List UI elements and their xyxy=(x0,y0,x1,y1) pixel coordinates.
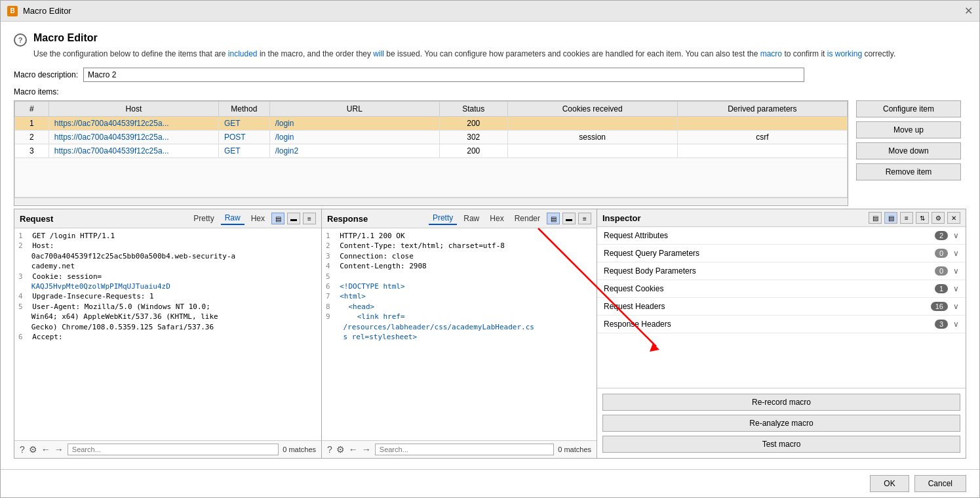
test-macro-button[interactable]: Test macro xyxy=(602,436,960,453)
macro-table-wrapper: # Host Method URL Status Cookies receive… xyxy=(14,100,848,206)
inspector-chevron-request-attributes: ∨ xyxy=(953,231,959,240)
request-panel-title: Request xyxy=(20,214,53,224)
request-forward-icon[interactable]: → xyxy=(54,444,64,455)
request-panel-icons: ▤ ▬ ≡ xyxy=(271,213,316,224)
inspector-label-body-params: Request Body Parameters xyxy=(604,266,935,276)
app-icon: B xyxy=(7,6,18,16)
inspector-count-response-headers: 3 xyxy=(935,320,948,329)
inspector-count-query-params: 0 xyxy=(935,249,948,258)
inspector-icon-2[interactable]: ▤ xyxy=(884,212,897,224)
response-view-icon-1[interactable]: ▤ xyxy=(547,213,560,224)
move-down-button[interactable]: Move down xyxy=(856,142,961,159)
response-back-icon[interactable]: ← xyxy=(349,444,358,455)
main-content: ? Macro Editor Use the configuration bel… xyxy=(1,22,979,469)
inspector-row-query-params[interactable]: Request Query Parameters 0 ∨ xyxy=(597,245,966,262)
inspector-label-query-params: Request Query Parameters xyxy=(604,249,935,258)
response-help-icon[interactable]: ? xyxy=(327,444,332,455)
request-view-icon-1[interactable]: ▤ xyxy=(271,213,284,224)
response-panel-content: 1 HTTP/1.1 200 OK 2 Content-Type: text/h… xyxy=(322,228,597,440)
table-body: 1 https://0ac700a404539f12c25a... GET /l… xyxy=(15,117,848,197)
re-record-macro-button[interactable]: Re-record macro xyxy=(602,394,960,411)
inspector-row-request-attributes[interactable]: Request Attributes 2 ∨ xyxy=(597,227,966,245)
table-header: # Host Method URL Status Cookies receive… xyxy=(15,102,848,117)
inspector-chevron-query-params: ∨ xyxy=(953,249,959,258)
inspector-label-request-attributes: Request Attributes xyxy=(604,231,935,240)
request-back-icon[interactable]: ← xyxy=(41,444,50,455)
inspector-settings-icon[interactable]: ⚙ xyxy=(931,212,945,224)
inspector-label-response-headers: Response Headers xyxy=(604,320,935,329)
table-row[interactable]: 1 https://0ac700a404539f12c25a... GET /l… xyxy=(15,117,848,131)
tab-response-raw[interactable]: Raw xyxy=(460,213,483,224)
col-header-num: # xyxy=(15,102,49,117)
table-sidebar-section: # Host Method URL Status Cookies receive… xyxy=(14,100,966,206)
table-row[interactable]: 3 https://0ac700a404539f12c25a... GET /l… xyxy=(15,144,848,158)
help-icon[interactable]: ? xyxy=(14,33,27,47)
response-panel-header: Response Pretty Raw Hex Render ▤ ▬ ≡ xyxy=(322,209,597,228)
request-panel-footer: ? ⚙ ← → 0 matches xyxy=(14,440,321,458)
macro-editor-window: B Macro Editor ✕ ? Macro Editor Use the … xyxy=(0,0,980,498)
title-bar-left: B Macro Editor xyxy=(7,6,71,16)
request-panel-header: Request Pretty Raw Hex ▤ ▬ ≡ xyxy=(14,209,321,228)
inspector-header-icons: ▤ ▤ ≡ ⇅ ⚙ ✕ xyxy=(869,212,960,224)
inspector-close-icon[interactable]: ✕ xyxy=(947,212,960,224)
inspector-row-body-params[interactable]: Request Body Parameters 0 ∨ xyxy=(597,262,966,280)
tab-response-hex[interactable]: Hex xyxy=(486,213,507,224)
tab-request-hex[interactable]: Hex xyxy=(247,213,269,224)
inspector-icon-1[interactable]: ▤ xyxy=(869,212,882,224)
response-search-input[interactable] xyxy=(375,444,554,455)
request-search-input[interactable] xyxy=(68,444,279,455)
inspector-row-request-headers[interactable]: Request Headers 16 ∨ xyxy=(597,298,966,316)
request-help-icon[interactable]: ? xyxy=(20,444,25,455)
col-header-cookies: Cookies received xyxy=(507,102,677,117)
close-button[interactable]: ✕ xyxy=(964,5,973,17)
request-view-icon-2[interactable]: ▬ xyxy=(287,213,300,224)
response-settings-icon[interactable]: ⚙ xyxy=(336,444,345,455)
inspector-count-request-headers: 16 xyxy=(931,302,948,311)
inspector-sort-icon[interactable]: ≡ xyxy=(900,212,913,224)
response-view-icon-3[interactable]: ≡ xyxy=(578,213,591,224)
ok-cancel-row: OK Cancel xyxy=(1,469,979,497)
response-matches: 0 matches xyxy=(558,446,591,453)
cancel-button[interactable]: Cancel xyxy=(914,475,966,492)
inspector-row-cookies[interactable]: Request Cookies 1 ∨ xyxy=(597,280,966,298)
move-up-button[interactable]: Move up xyxy=(856,121,961,138)
tab-request-raw[interactable]: Raw xyxy=(221,212,245,225)
table-scrollbar[interactable] xyxy=(14,197,848,205)
header-section: ? Macro Editor Use the configuration bel… xyxy=(14,32,966,60)
tab-request-pretty[interactable]: Pretty xyxy=(189,213,218,224)
inspector-count-body-params: 0 xyxy=(935,266,948,276)
inspector-panel: Inspector ▤ ▤ ≡ ⇅ ⚙ ✕ Request Attributes… xyxy=(597,209,966,459)
request-view-icon-3[interactable]: ≡ xyxy=(303,213,316,224)
inspector-chevron-body-params: ∨ xyxy=(953,266,959,276)
inspector-sort-asc-icon[interactable]: ⇅ xyxy=(916,212,929,224)
response-panel-icons: ▤ ▬ ≡ xyxy=(547,213,591,224)
col-header-derived: Derived parameters xyxy=(677,102,847,117)
remove-item-button[interactable]: Remove item xyxy=(856,163,961,180)
re-analyze-macro-button[interactable]: Re-analyze macro xyxy=(602,415,960,432)
tab-response-pretty[interactable]: Pretty xyxy=(429,212,457,225)
inspector-rows: Request Attributes 2 ∨ Request Query Par… xyxy=(597,227,966,388)
col-header-host: Host xyxy=(49,102,218,117)
header-description: Use the configuration below to define th… xyxy=(33,48,895,60)
header-title: Macro Editor xyxy=(33,32,895,44)
macro-description-input[interactable] xyxy=(83,68,804,82)
response-panel: Response Pretty Raw Hex Render ▤ ▬ ≡ xyxy=(322,209,597,459)
tab-response-render[interactable]: Render xyxy=(511,213,544,224)
request-matches: 0 matches xyxy=(283,446,316,453)
header-text: Macro Editor Use the configuration below… xyxy=(33,32,895,60)
macro-description-row: Macro description: xyxy=(14,68,966,82)
ok-button[interactable]: OK xyxy=(870,475,909,492)
response-panel-footer: ? ⚙ ← → 0 matches xyxy=(322,440,597,458)
inspector-chevron-response-headers: ∨ xyxy=(953,320,959,329)
table-row[interactable]: 2 https://0ac700a404539f12c25a... POST /… xyxy=(15,131,848,144)
request-panel: Request Pretty Raw Hex ▤ ▬ ≡ 1 GET /logi… xyxy=(14,209,322,459)
inspector-row-response-headers[interactable]: Response Headers 3 ∨ xyxy=(597,316,966,333)
configure-item-button[interactable]: Configure item xyxy=(856,100,961,117)
inspector-label-request-headers: Request Headers xyxy=(604,302,931,311)
window-title: Macro Editor xyxy=(23,6,71,16)
col-header-method: Method xyxy=(219,102,270,117)
inspector-panel-header: Inspector ▤ ▤ ≡ ⇅ ⚙ ✕ xyxy=(597,209,966,227)
response-forward-icon[interactable]: → xyxy=(362,444,371,455)
request-settings-icon[interactable]: ⚙ xyxy=(29,444,37,455)
response-view-icon-2[interactable]: ▬ xyxy=(562,213,576,224)
